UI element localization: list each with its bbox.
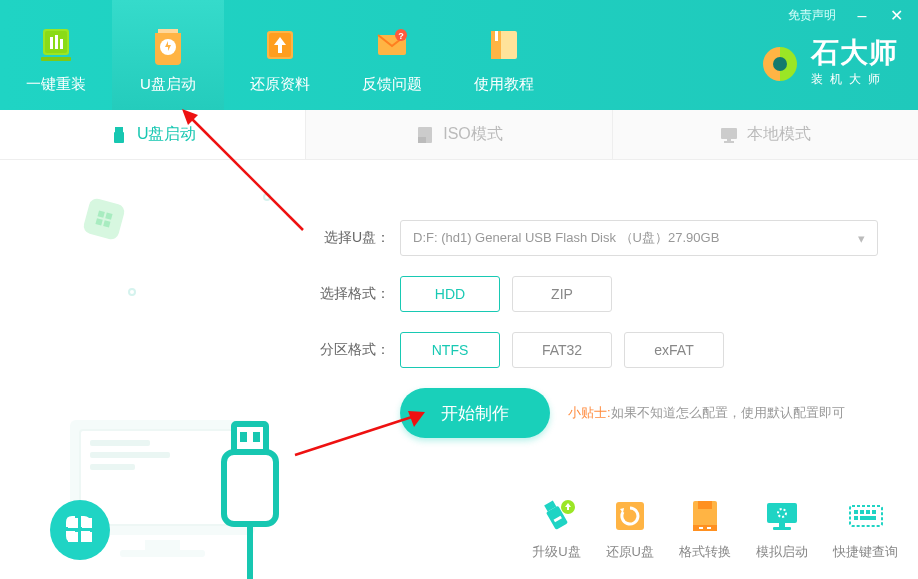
svg-rect-32 [145,540,180,550]
usb-icon [109,125,129,145]
svg-rect-48 [707,527,711,529]
format-zip-option[interactable]: ZIP [512,276,612,312]
footer-label: 还原U盘 [606,543,654,561]
illustration-pane [0,160,300,520]
restore-icon [257,21,303,67]
svg-point-25 [129,289,135,295]
nav-restore[interactable]: 还原资料 [224,0,336,110]
brand-subtitle: 装机大师 [811,71,898,88]
restore-usb-icon [609,495,651,537]
svg-rect-24 [82,197,126,241]
svg-rect-17 [115,127,123,132]
svg-rect-4 [60,39,63,49]
svg-rect-51 [779,523,785,527]
footer-tools: 升级U盘 还原U盘 格式转换 模拟启动 快捷键查询 [532,495,898,561]
footer-label: 升级U盘 [532,543,580,561]
minimize-button[interactable]: – [854,7,870,25]
shortcut-query-icon [845,495,887,537]
footer-label: 快捷键查询 [833,543,898,561]
tab-usb-boot[interactable]: U盘启动 [0,110,305,159]
svg-rect-15 [495,31,498,41]
format-convert-icon [684,495,726,537]
local-icon [719,125,739,145]
svg-rect-20 [418,137,426,143]
mode-tabs: U盘启动 ISO模式 本地模式 [0,110,918,160]
close-button[interactable]: ✕ [888,6,904,25]
simulate-boot-icon [761,495,803,537]
svg-rect-29 [90,440,150,446]
tab-label: ISO模式 [443,124,503,145]
svg-rect-3 [55,35,58,49]
svg-rect-18 [114,132,124,143]
svg-rect-5 [41,57,71,61]
svg-text:?: ? [398,31,404,41]
svg-rect-23 [724,141,734,143]
tab-label: U盘启动 [137,124,197,145]
header: 一键重装 U盘启动 还原资料 ? 反馈问题 使用教程 免责声明 – ✕ [0,0,918,110]
svg-point-34 [50,500,110,560]
partition-fat32-option[interactable]: FAT32 [512,332,612,368]
brand: 石大师 装机大师 [759,39,918,88]
svg-rect-46 [693,525,717,531]
svg-rect-49 [767,503,797,523]
footer-label: 格式转换 [679,543,731,561]
disclaimer-link[interactable]: 免责声明 [788,7,836,24]
nav-feedback[interactable]: ? 反馈问题 [336,0,448,110]
svg-rect-38 [224,452,276,524]
upgrade-usb-button[interactable]: 升级U盘 [532,495,580,561]
chevron-down-icon: ▾ [858,231,865,246]
svg-rect-21 [721,128,737,139]
iso-icon [415,125,435,145]
shortcut-query-button[interactable]: 快捷键查询 [833,495,898,561]
partition-exfat-option[interactable]: exFAT [624,332,724,368]
svg-rect-35 [234,424,266,452]
nav-usb-boot[interactable]: U盘启动 [112,0,224,110]
simulate-boot-button[interactable]: 模拟启动 [756,495,808,561]
svg-rect-30 [90,452,170,458]
brand-title: 石大师 [811,39,898,67]
svg-rect-45 [698,501,712,509]
nav-label: 使用教程 [474,75,534,94]
format-convert-button[interactable]: 格式转换 [679,495,731,561]
nav-label: U盘启动 [140,75,196,94]
partition-ntfs-option[interactable]: NTFS [400,332,500,368]
tab-iso[interactable]: ISO模式 [305,110,611,159]
usb-disk-select[interactable]: D:F: (hd1) General USB Flash Disk （U盘）27… [400,220,878,256]
partition-label: 分区格式： [320,341,390,359]
nav-label: 一键重装 [26,75,86,94]
usb-boot-icon [145,21,191,67]
svg-rect-56 [866,510,870,514]
select-usb-label: 选择U盘： [320,229,390,247]
feedback-icon: ? [369,21,415,67]
tab-label: 本地模式 [747,124,811,145]
brand-logo-icon [759,43,801,85]
svg-rect-31 [90,464,135,470]
svg-rect-57 [872,510,876,514]
svg-rect-2 [50,37,53,49]
nav-tutorial[interactable]: 使用教程 [448,0,560,110]
svg-rect-6 [158,29,178,33]
svg-rect-59 [860,516,876,520]
svg-rect-47 [699,527,703,529]
start-button[interactable]: 开始制作 [400,388,550,438]
format-hdd-option[interactable]: HDD [400,276,500,312]
svg-rect-37 [253,432,260,442]
nav-label: 反馈问题 [362,75,422,94]
nav-label: 还原资料 [250,75,310,94]
svg-point-26 [264,194,270,200]
format-label: 选择格式： [320,285,390,303]
restore-usb-button[interactable]: 还原U盘 [606,495,654,561]
nav-reinstall[interactable]: 一键重装 [0,0,112,110]
svg-rect-58 [854,516,858,520]
svg-rect-52 [773,527,791,530]
svg-rect-43 [616,502,644,530]
footer-label: 模拟启动 [756,543,808,561]
config-form: 选择U盘： D:F: (hd1) General USB Flash Disk … [300,160,918,520]
svg-rect-33 [120,550,205,557]
tab-local[interactable]: 本地模式 [612,110,918,159]
svg-rect-22 [727,139,731,141]
svg-point-16 [773,57,787,71]
upgrade-usb-icon [535,495,577,537]
reinstall-icon [33,21,79,67]
tutorial-icon [481,21,527,67]
